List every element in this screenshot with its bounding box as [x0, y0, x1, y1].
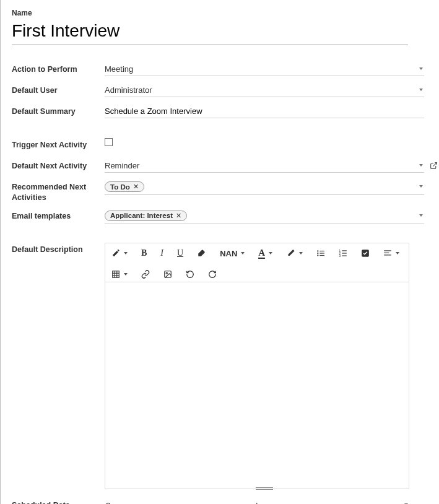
- svg-rect-5: [319, 253, 324, 254]
- chevron-down-icon: [396, 252, 399, 254]
- action-value: Meeting: [105, 64, 133, 74]
- table-button[interactable]: [111, 270, 128, 279]
- svg-rect-12: [342, 256, 347, 256]
- recommended-tag: To Do ✕: [105, 181, 144, 192]
- underline-button[interactable]: U: [177, 248, 183, 258]
- svg-rect-16: [384, 255, 391, 256]
- editor-content[interactable]: [105, 282, 409, 489]
- default-user-value: Administrator: [105, 85, 152, 95]
- chevron-down-icon: [124, 252, 128, 254]
- editor-toolbar: B I U NAN A: [105, 243, 409, 282]
- svg-text:3: 3: [339, 254, 341, 258]
- email-templates-field[interactable]: Applicant: Interest ✕: [105, 209, 424, 224]
- chevron-down-icon: [124, 273, 128, 276]
- chevron-down-icon: [419, 89, 423, 91]
- tag-remove-icon[interactable]: ✕: [133, 183, 139, 191]
- redo-button[interactable]: [208, 270, 217, 279]
- bold-button[interactable]: B: [141, 248, 147, 258]
- default-summary-input[interactable]: [105, 105, 424, 118]
- name-input[interactable]: [12, 20, 408, 45]
- svg-rect-14: [384, 251, 391, 251]
- external-link-icon[interactable]: [430, 162, 438, 170]
- eraser-button[interactable]: [197, 249, 206, 258]
- scheduled-count-input[interactable]: [105, 498, 252, 504]
- email-template-tag: Applicant: Interest ✕: [105, 211, 187, 221]
- chevron-down-icon: [299, 252, 303, 254]
- svg-rect-10: [342, 251, 347, 251]
- action-select[interactable]: Meeting: [105, 63, 424, 76]
- undo-button[interactable]: [186, 270, 194, 279]
- svg-rect-6: [319, 255, 324, 256]
- tag-remove-icon[interactable]: ✕: [176, 212, 181, 220]
- font-family-button[interactable]: NAN: [220, 249, 245, 258]
- scheduled-unit-value: days: [253, 501, 270, 504]
- unordered-list-button[interactable]: [316, 249, 325, 258]
- action-label: Action to Perform: [12, 63, 105, 75]
- default-summary-label: Default Summary: [12, 105, 105, 117]
- email-templates-label: Email templates: [12, 209, 105, 222]
- chevron-down-icon: [419, 164, 423, 167]
- recommended-label: Recommended Next Activities: [12, 180, 105, 203]
- chevron-down-icon: [269, 252, 272, 254]
- default-user-label: Default User: [12, 84, 105, 96]
- svg-rect-11: [342, 253, 347, 254]
- align-button[interactable]: [383, 249, 399, 258]
- svg-point-2: [317, 253, 318, 254]
- image-button[interactable]: [163, 270, 172, 279]
- default-next-value: Reminder: [105, 161, 139, 170]
- svg-point-1: [317, 251, 318, 252]
- italic-button[interactable]: I: [160, 248, 163, 258]
- scheduled-date-label: Scheduled Date: [12, 498, 105, 504]
- rich-text-editor: B I U NAN A: [105, 243, 409, 489]
- tag-label: To Do: [110, 183, 130, 191]
- trigger-next-label: Trigger Next Activity: [12, 138, 105, 150]
- font-label: NAN: [220, 249, 237, 258]
- trigger-next-checkbox[interactable]: [105, 138, 113, 146]
- font-color-button[interactable]: A: [258, 248, 272, 259]
- default-next-label: Default Next Activity: [12, 159, 105, 172]
- ordered-list-button[interactable]: 123: [339, 249, 347, 258]
- chevron-down-icon: [419, 67, 423, 70]
- svg-point-3: [317, 255, 318, 256]
- tag-label: Applicant: Interest: [110, 212, 173, 219]
- scheduled-unit-select[interactable]: days: [252, 498, 409, 504]
- svg-rect-17: [113, 271, 120, 278]
- svg-point-23: [166, 272, 167, 274]
- svg-line-0: [433, 163, 437, 167]
- default-next-select[interactable]: Reminder: [105, 159, 424, 173]
- svg-rect-15: [384, 253, 389, 253]
- checklist-button[interactable]: [361, 249, 370, 258]
- name-label: Name: [12, 9, 424, 17]
- default-user-select[interactable]: Administrator: [105, 84, 424, 97]
- svg-rect-4: [319, 251, 324, 251]
- highlight-button[interactable]: [286, 249, 303, 258]
- recommended-field[interactable]: To Do ✕: [105, 180, 424, 195]
- link-button[interactable]: [141, 270, 150, 279]
- magic-wand-button[interactable]: [111, 249, 128, 258]
- chevron-down-icon: [419, 214, 423, 217]
- chevron-down-icon: [419, 185, 423, 188]
- default-description-label: Default Description: [12, 243, 105, 255]
- chevron-down-icon: [241, 252, 245, 254]
